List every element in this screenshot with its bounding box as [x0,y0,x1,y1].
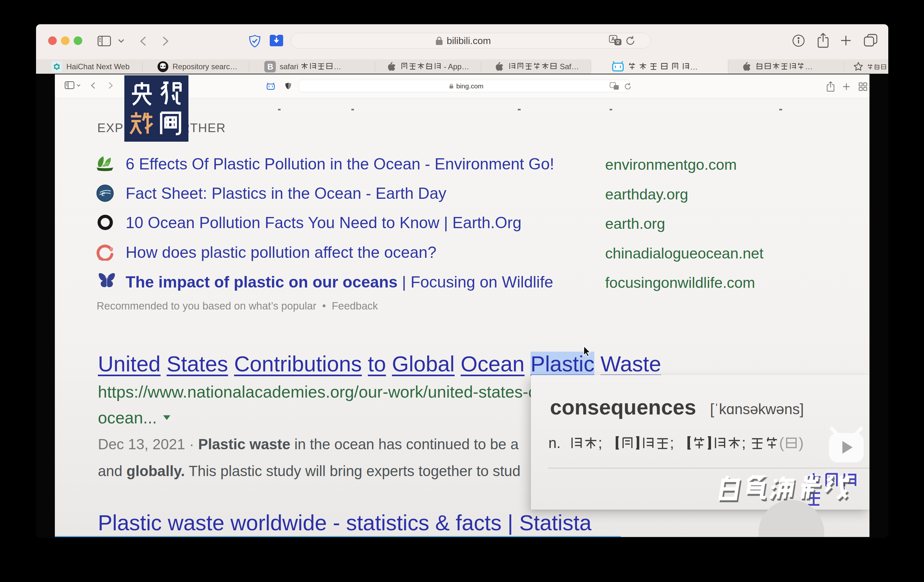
svg-text:B: B [267,62,273,71]
svg-text:e: e [101,188,105,198]
